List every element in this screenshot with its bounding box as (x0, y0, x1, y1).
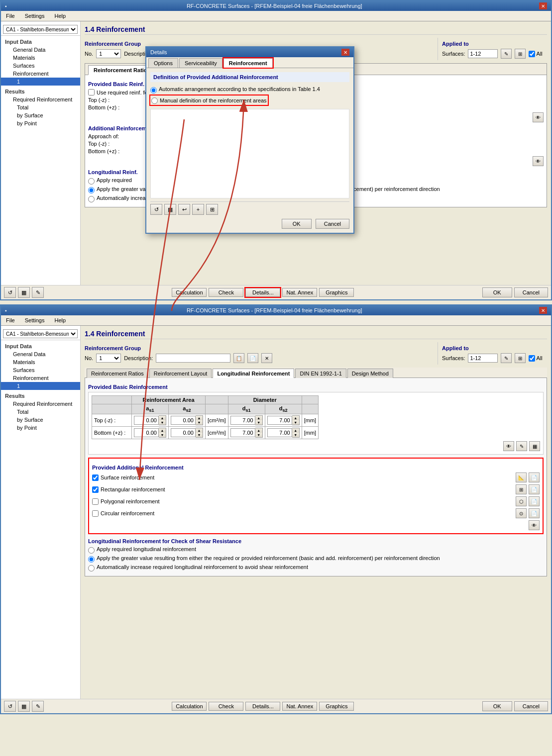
bottom-description-input[interactable] (156, 354, 230, 363)
top-check-btn[interactable]: Check (209, 288, 243, 297)
sidebar-item-required[interactable]: Required Reinforcement (1, 95, 80, 103)
basic-edit-btn[interactable]: ✎ (516, 441, 527, 451)
bottom-menu-file[interactable]: File (4, 316, 17, 324)
poly-icon1[interactable]: ⬡ (516, 496, 527, 506)
bottom-copy-btn[interactable]: 📋 (233, 353, 244, 363)
surface-icon2[interactable]: 📄 (529, 472, 540, 482)
dialog-undo-btn[interactable]: ↩ (178, 204, 190, 215)
bottom-ds2-up[interactable]: ▲ (292, 428, 299, 433)
surfaces-select-btn[interactable]: ⊞ (515, 49, 526, 59)
bottom-sidebar-reinf-1[interactable]: 1 (1, 382, 80, 390)
basic-eye-btn[interactable]: 👁 (503, 441, 514, 451)
top-ds2-down[interactable]: ▼ (292, 420, 299, 425)
apply-required-radio[interactable] (88, 178, 95, 185)
top-toolbar-icon1[interactable]: ↺ (4, 287, 16, 298)
bottom-sidebar-required[interactable]: Required Reinforcement (1, 400, 80, 408)
surface-icon1[interactable]: 📐 (516, 472, 527, 482)
rectangular-reinf-checkbox[interactable] (92, 486, 99, 493)
top-close-button[interactable]: ✕ (539, 2, 547, 9)
top-as1-up[interactable]: ▲ (159, 416, 166, 420)
dialog-tab-serviceability[interactable]: Serviceability (179, 58, 222, 68)
manual-radio[interactable] (151, 97, 158, 104)
bottom-sidebar-by-point[interactable]: by Point (1, 424, 80, 432)
top-cancel-btn[interactable]: Cancel (514, 287, 548, 297)
bottom-sidebar-reinforcement[interactable]: Reinforcement (1, 374, 80, 382)
sidebar-item-reinf-1[interactable]: 1 (1, 78, 80, 86)
additional-eye-btn[interactable]: 👁 (529, 520, 540, 530)
bottom-sidebar-materials[interactable]: Materials (1, 358, 80, 366)
eye-btn2[interactable]: 👁 (533, 156, 544, 166)
bottom-ds1-up[interactable]: ▲ (255, 428, 262, 433)
auto-increase-long-radio[interactable] (88, 565, 95, 571)
dialog-add-btn[interactable]: + (192, 204, 204, 215)
poly-icon2[interactable]: 📄 (529, 496, 540, 506)
bottom-ds1-input[interactable] (230, 428, 255, 437)
bottom-details-btn[interactable]: Details... (245, 702, 280, 711)
bottom-sidebar-surfaces[interactable]: Surfaces (1, 366, 80, 374)
basic-table-btn[interactable]: ▦ (529, 441, 540, 451)
sidebar-item-by-surface[interactable]: by Surface (1, 111, 80, 119)
top-graphics-btn[interactable]: Graphics (319, 288, 354, 297)
top-as1-down[interactable]: ▼ (159, 420, 166, 425)
bottom-as1-up[interactable]: ▲ (159, 428, 166, 433)
top-ds2-input[interactable] (267, 416, 292, 425)
bottom-ok-btn[interactable]: OK (482, 701, 512, 711)
dialog-copy-btn[interactable]: ⊞ (206, 204, 218, 215)
bottom-delete-btn[interactable]: ✕ (261, 353, 272, 363)
use-required-checkbox[interactable] (88, 89, 95, 95)
bottom-as1-input[interactable] (134, 428, 159, 437)
sidebar-item-by-point[interactable]: by Point (1, 119, 80, 127)
case-selector[interactable]: CA1 - Stahlbeton-Bemessung (3, 25, 78, 34)
bottom-close-button[interactable]: ✕ (539, 307, 547, 314)
sidebar-item-general[interactable]: General Data (1, 46, 80, 54)
sidebar-item-reinforcement[interactable]: Reinforcement (1, 70, 80, 78)
top-details-btn[interactable]: Details... (245, 288, 280, 297)
bottom-all-checkbox[interactable] (529, 355, 535, 362)
dialog-ok-btn[interactable]: OK (282, 219, 312, 229)
bottom-paste-btn[interactable]: 📄 (247, 353, 258, 363)
top-nat-annex-btn[interactable]: Nat. Annex (282, 288, 317, 297)
top-ok-btn[interactable]: OK (482, 287, 512, 297)
bottom-case-selector[interactable]: CA1 - Stahlbeton-Bemessung (3, 329, 78, 338)
bottom-menu-help[interactable]: Help (52, 316, 68, 324)
top-toolbar-icon2[interactable]: ▦ (18, 287, 30, 298)
bottom-tab-design[interactable]: Design Method (347, 369, 393, 378)
no-combo[interactable]: 1 (96, 49, 121, 58)
circ-icon1[interactable]: ⊙ (516, 508, 527, 518)
rect-icon2[interactable]: 📄 (529, 484, 540, 494)
top-ds1-input[interactable] (230, 416, 255, 425)
bottom-sidebar-by-surface[interactable]: by Surface (1, 416, 80, 424)
bottom-toolbar-icon2[interactable]: ▦ (18, 701, 30, 712)
apply-required-long-radio[interactable] (88, 547, 95, 554)
bottom-as2-up[interactable]: ▲ (196, 428, 203, 433)
menu-help[interactable]: Help (52, 12, 68, 20)
dialog-tab-reinforcement[interactable]: Reinforcement (223, 58, 273, 68)
bottom-toolbar-icon1[interactable]: ↺ (4, 701, 16, 712)
dialog-table-btn[interactable]: ▦ (164, 204, 176, 215)
dialog-tab-options[interactable]: Options (148, 58, 178, 68)
eye-btn1[interactable]: 👁 (533, 112, 544, 122)
circ-icon2[interactable]: 📄 (529, 508, 540, 518)
top-as1-input[interactable] (134, 416, 159, 425)
bottom-sidebar-total[interactable]: Total (1, 408, 80, 416)
bottom-cancel-btn[interactable]: Cancel (514, 701, 548, 711)
dialog-rotate-btn[interactable]: ↺ (150, 204, 162, 215)
bottom-ds1-down[interactable]: ▼ (255, 433, 262, 437)
surface-reinf-checkbox[interactable] (92, 474, 99, 481)
auto-increase-radio[interactable] (88, 196, 95, 202)
bottom-menu-settings[interactable]: Settings (23, 316, 47, 324)
apply-greater-long-radio[interactable] (88, 556, 95, 563)
bottom-surfaces-select-btn[interactable]: ⊞ (515, 353, 526, 363)
top-ds1-down[interactable]: ▼ (255, 420, 262, 425)
apply-greater-radio[interactable] (88, 187, 95, 193)
circular-reinf-checkbox[interactable] (92, 510, 99, 517)
bottom-tab-din[interactable]: DIN EN 1992-1-1 (295, 369, 346, 378)
bottom-ds2-input[interactable] (267, 428, 292, 437)
bottom-toolbar-icon3[interactable]: ✎ (32, 701, 44, 712)
top-as2-down[interactable]: ▼ (196, 420, 203, 425)
bottom-tab-longitudinal[interactable]: Longitudinal Reinforcement (213, 369, 294, 378)
surfaces-input[interactable] (468, 49, 498, 58)
polygonal-reinf-checkbox[interactable] (92, 498, 99, 505)
bottom-tab-layout[interactable]: Reinforcement Layout (149, 369, 212, 378)
bottom-nat-annex-btn[interactable]: Nat. Annex (282, 702, 317, 711)
